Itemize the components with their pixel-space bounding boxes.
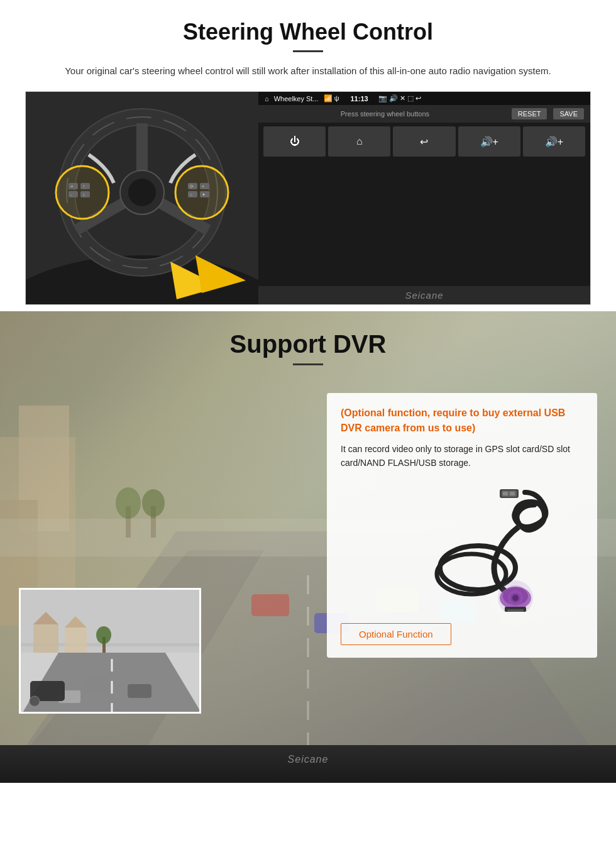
screen-vol-up2-btn[interactable]: 🔊+ [523,126,585,157]
screen-status-bar: ⌂ Wheelkey St... 📶 ψ 11:13 📷 🔊 ✕ ⬚ ↩ [258,92,590,105]
dvr-watermark: Seicane [288,754,329,765]
dvr-thumbnail [19,588,201,714]
dvr-section: Support DVR (Optional function, require … [0,311,616,783]
svg-text:↓: ↓ [82,192,85,197]
svg-text:+: + [70,184,74,189]
steering-wheel-photo: + ↑ - ↓ ⟳ + ○ ✦ [26,92,258,305]
screen-buttons-grid: ⏻ ⌂ ↩ 🔊+ 🔊+ [258,123,590,160]
status-time: 11:13 [350,95,368,102]
svg-text:+: + [202,184,204,189]
svg-point-38 [116,487,141,519]
svg-text:↑: ↑ [82,184,85,189]
dvr-camera-image [341,480,583,618]
steering-image-container: + ↑ - ↓ ⟳ + ○ ✦ [25,91,591,305]
screen-controls-bar: Press steering wheel buttons RESET SAVE [258,105,590,123]
steering-screen: ⌂ Wheelkey St... 📶 ψ 11:13 📷 🔊 ✕ ⬚ ↩ Pre… [258,92,590,304]
dvr-title: Support DVR [0,330,616,358]
svg-point-71 [96,626,111,644]
optional-function-button[interactable]: Optional Function [341,623,451,645]
dvr-title-area: Support DVR [0,311,616,389]
svg-rect-41 [251,594,289,616]
svg-rect-72 [84,678,109,694]
svg-rect-68 [65,628,87,653]
svg-rect-57 [503,492,508,495]
svg-rect-60 [507,609,524,612]
svg-point-76 [30,696,40,706]
screen-power-btn[interactable]: ⏻ [263,126,326,157]
dvr-title-underline [293,363,323,365]
home-icon: ⌂ [265,95,269,102]
screen-prompt: Press steering wheel buttons [265,110,505,118]
steering-section: Steering Wheel Control Your original car… [0,0,616,311]
svg-point-9 [128,179,156,206]
reset-button[interactable]: RESET [512,108,547,119]
status-icons: 📶 ψ [324,94,339,102]
svg-text:⟳: ⟳ [190,184,194,189]
save-button[interactable]: SAVE [553,108,584,119]
steering-title-underline [293,50,323,52]
svg-rect-58 [510,492,515,495]
screen-back-btn[interactable]: ↩ [393,126,455,157]
screen-vol-up-btn[interactable]: 🔊+ [458,126,520,157]
svg-rect-66 [33,624,58,653]
svg-point-40 [142,489,165,517]
status-extra-icons: 📷 🔊 ✕ ⬚ ↩ [378,94,421,102]
screen-empty-area [258,160,590,286]
screen-watermark: Seicane [258,286,590,304]
svg-text:○: ○ [190,192,192,197]
steering-title: Steering Wheel Control [25,19,591,45]
app-name: Wheelkey St... [274,95,319,102]
svg-rect-73 [128,684,151,698]
dvr-info-box: (Optional function, require to buy exter… [327,393,597,658]
dvr-description: It can record video only to storage in G… [341,442,583,470]
steering-description: Your original car's steering wheel contr… [25,64,591,79]
dvr-optional-text: (Optional function, require to buy exter… [341,406,583,436]
svg-text:-: - [70,192,72,197]
screen-home-btn[interactable]: ⌂ [328,126,390,157]
svg-text:✦: ✦ [202,192,206,197]
